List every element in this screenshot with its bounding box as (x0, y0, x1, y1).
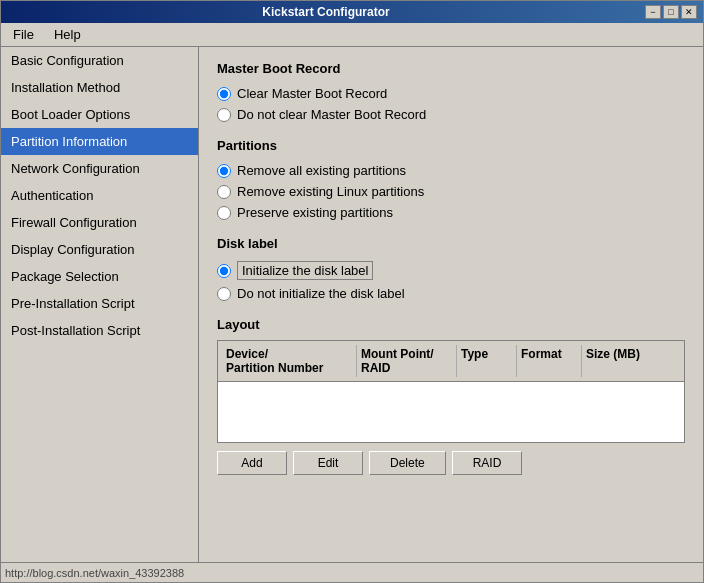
main-panel: Master Boot Record Clear Master Boot Rec… (199, 47, 703, 562)
preserve-option: Preserve existing partitions (217, 205, 685, 220)
window-controls: − □ ✕ (645, 5, 697, 19)
col-mount-line1: Mount Point/ (361, 347, 452, 361)
partitions-title: Partitions (217, 138, 685, 153)
sidebar-item-pre-install[interactable]: Pre-Installation Script (1, 290, 198, 317)
table-header: Device/ Partition Number Mount Point/ RA… (218, 341, 684, 382)
col-device-line1: Device/ (226, 347, 352, 361)
partition-table: Device/ Partition Number Mount Point/ RA… (217, 340, 685, 443)
layout-section: Layout Device/ Partition Number Mount Po… (217, 317, 685, 475)
title-bar: Kickstart Configurator − □ ✕ (1, 1, 703, 23)
sidebar-item-authentication[interactable]: Authentication (1, 182, 198, 209)
mbr-clear-radio[interactable] (217, 87, 231, 101)
mbr-title: Master Boot Record (217, 61, 685, 76)
sidebar-item-display-config[interactable]: Display Configuration (1, 236, 198, 263)
disklabel-section: Disk label Initialize the disk label Do … (217, 236, 685, 301)
mbr-section: Master Boot Record Clear Master Boot Rec… (217, 61, 685, 122)
no-init-disk-option: Do not initialize the disk label (217, 286, 685, 301)
content-area: Basic Configuration Installation Method … (1, 47, 703, 562)
remove-all-radio[interactable] (217, 164, 231, 178)
init-disk-option: Initialize the disk label (217, 261, 685, 280)
mbr-noclear-label: Do not clear Master Boot Record (237, 107, 426, 122)
sidebar-item-post-install[interactable]: Post-Installation Script (1, 317, 198, 344)
sidebar-item-install-method[interactable]: Installation Method (1, 74, 198, 101)
init-disk-radio[interactable] (217, 264, 231, 278)
status-bar: http://blog.csdn.net/waxin_43392388 (1, 562, 703, 582)
no-init-disk-label: Do not initialize the disk label (237, 286, 405, 301)
maximize-button[interactable]: □ (663, 5, 679, 19)
status-text: http://blog.csdn.net/waxin_43392388 (5, 567, 184, 579)
table-buttons: Add Edit Delete RAID (217, 451, 685, 475)
preserve-label: Preserve existing partitions (237, 205, 393, 220)
remove-all-label: Remove all existing partitions (237, 163, 406, 178)
menu-help[interactable]: Help (46, 25, 89, 44)
sidebar-item-partition-info[interactable]: Partition Information (1, 128, 198, 155)
sidebar-item-firewall-config[interactable]: Firewall Configuration (1, 209, 198, 236)
col-device-line2: Partition Number (226, 361, 352, 375)
col-format: Format (517, 345, 582, 377)
menu-file[interactable]: File (5, 25, 42, 44)
layout-title: Layout (217, 317, 685, 332)
delete-button[interactable]: Delete (369, 451, 446, 475)
table-body (218, 382, 684, 442)
col-type: Type (457, 345, 517, 377)
close-button[interactable]: ✕ (681, 5, 697, 19)
mbr-noclear-radio[interactable] (217, 108, 231, 122)
sidebar-item-network-config[interactable]: Network Configuration (1, 155, 198, 182)
main-window: Kickstart Configurator − □ ✕ File Help B… (0, 0, 704, 583)
menu-bar: File Help (1, 23, 703, 47)
edit-button[interactable]: Edit (293, 451, 363, 475)
minimize-button[interactable]: − (645, 5, 661, 19)
col-mount: Mount Point/ RAID (357, 345, 457, 377)
raid-button[interactable]: RAID (452, 451, 523, 475)
no-init-disk-radio[interactable] (217, 287, 231, 301)
remove-linux-option: Remove existing Linux partitions (217, 184, 685, 199)
preserve-radio[interactable] (217, 206, 231, 220)
col-type-label: Type (461, 347, 512, 361)
add-button[interactable]: Add (217, 451, 287, 475)
sidebar-item-basic-config[interactable]: Basic Configuration (1, 47, 198, 74)
remove-linux-label: Remove existing Linux partitions (237, 184, 424, 199)
sidebar-item-package-selection[interactable]: Package Selection (1, 263, 198, 290)
col-mount-line2: RAID (361, 361, 452, 375)
disklabel-title: Disk label (217, 236, 685, 251)
col-size-label: Size (MB) (586, 347, 658, 361)
col-device: Device/ Partition Number (222, 345, 357, 377)
mbr-clear-option: Clear Master Boot Record (217, 86, 685, 101)
window-title: Kickstart Configurator (7, 5, 645, 19)
init-disk-label: Initialize the disk label (237, 261, 373, 280)
remove-all-option: Remove all existing partitions (217, 163, 685, 178)
col-format-label: Format (521, 347, 577, 361)
mbr-noclear-option: Do not clear Master Boot Record (217, 107, 685, 122)
sidebar: Basic Configuration Installation Method … (1, 47, 199, 562)
sidebar-item-boot-loader[interactable]: Boot Loader Options (1, 101, 198, 128)
remove-linux-radio[interactable] (217, 185, 231, 199)
col-size: Size (MB) (582, 345, 662, 377)
mbr-clear-label: Clear Master Boot Record (237, 86, 387, 101)
partitions-section: Partitions Remove all existing partition… (217, 138, 685, 220)
